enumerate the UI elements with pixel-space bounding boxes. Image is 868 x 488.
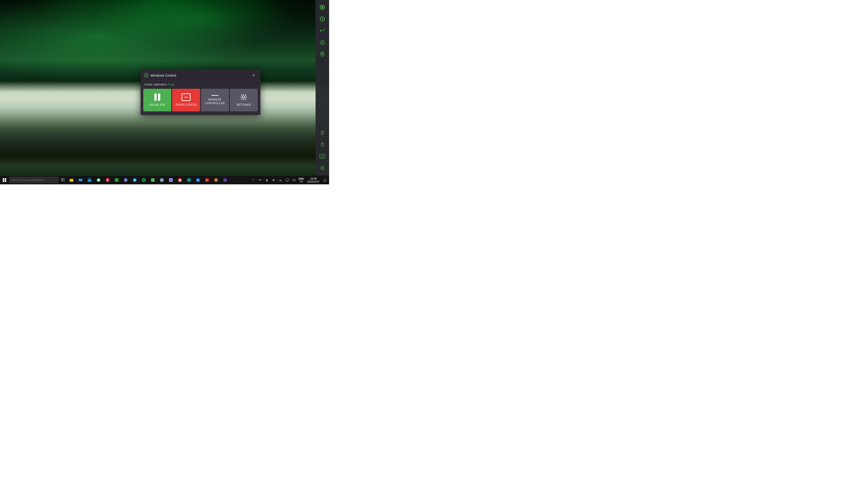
- taskbar-app-ppt[interactable]: P: [203, 175, 212, 185]
- taskbar-icon-1[interactable]: •••: [257, 176, 264, 184]
- return-icon[interactable]: [317, 26, 327, 36]
- windows-control-dialog: Windows Control × Active calibration: An…: [141, 69, 260, 115]
- track-status-button[interactable]: TRACK STATUS: [172, 89, 200, 111]
- taskbar-app-evernote[interactable]: 🌿: [112, 175, 121, 185]
- settings-button[interactable]: SETTINGS: [230, 89, 258, 111]
- svg-text:Ae: Ae: [170, 180, 172, 182]
- dialog-calibration-row: Active calibration: Andy: [141, 81, 260, 89]
- taskbar-app-word[interactable]: W: [193, 175, 203, 185]
- svg-rect-32: [61, 178, 62, 181]
- sidebar-settings-icon[interactable]: [317, 163, 327, 173]
- svg-rect-30: [3, 180, 4, 182]
- track-status-icon: [182, 93, 191, 101]
- minimize-icon: [211, 95, 219, 96]
- taskbar-app-red[interactable]: 📈: [176, 175, 184, 185]
- svg-rect-35: [70, 179, 71, 180]
- svg-rect-28: [3, 178, 4, 180]
- svg-point-25: [322, 167, 323, 169]
- minimize-button-label: MINIMIZE CONTROLLER: [205, 98, 225, 105]
- svg-rect-74: [286, 179, 289, 181]
- task-view-button[interactable]: [59, 175, 67, 185]
- taskbar-app-plus[interactable]: [157, 175, 166, 185]
- taskbar-app-explorer[interactable]: [67, 175, 76, 185]
- dialog-title-left: Windows Control: [144, 73, 176, 78]
- svg-rect-13: [321, 142, 323, 147]
- volume-icon[interactable]: [271, 176, 277, 184]
- svg-text:+: +: [152, 179, 153, 182]
- taskbar-app-skype[interactable]: S: [130, 175, 139, 185]
- svg-point-27: [243, 96, 245, 98]
- track-dot-1: [185, 97, 186, 98]
- eye-tracking-icon[interactable]: [317, 2, 327, 12]
- svg-point-9: [322, 42, 323, 43]
- svg-text:🌐: 🌐: [215, 179, 218, 182]
- svg-point-14: [322, 143, 323, 144]
- dialog-close-button[interactable]: ×: [250, 72, 257, 78]
- mouse-scroll-icon[interactable]: [317, 128, 327, 138]
- calibration-name: Andy: [168, 83, 175, 86]
- track-dots: [185, 97, 188, 98]
- right-sidebar: [315, 0, 329, 175]
- location-icon[interactable]: [317, 49, 327, 59]
- taskbar-app-game[interactable]: 🎮: [221, 175, 230, 185]
- clock-time: 16:06: [310, 177, 317, 180]
- start-button[interactable]: [0, 175, 9, 185]
- pause-button[interactable]: PAUSE (F4): [143, 89, 171, 111]
- pause-button-label: PAUSE (F4): [149, 103, 165, 107]
- taskbar-app-doc[interactable]: [103, 175, 112, 185]
- svg-point-1: [321, 6, 323, 8]
- keyboard-icon[interactable]: [317, 151, 327, 161]
- svg-text:🌿: 🌿: [115, 179, 118, 182]
- settings-icon: [240, 93, 248, 101]
- svg-text:S: S: [134, 179, 135, 182]
- taskbar-app-calendar[interactable]: 28: [85, 175, 94, 185]
- action-center-icon[interactable]: [284, 176, 290, 184]
- mouse2-scroll-icon[interactable]: [317, 140, 327, 150]
- taskbar-app-ae[interactable]: Ae: [166, 175, 176, 185]
- taskbar-apps: 28 🌿: [67, 175, 250, 185]
- track-status-button-label: TRACK STATUS: [175, 103, 197, 107]
- svg-rect-36: [79, 179, 82, 182]
- notification-expand-icon[interactable]: ^: [250, 176, 256, 184]
- settings-button-label: SETTINGS: [237, 103, 251, 107]
- gaze-circle-icon[interactable]: [317, 14, 327, 24]
- svg-rect-77: [293, 179, 296, 181]
- taskbar-app-green[interactable]: +: [148, 175, 157, 185]
- pause-icon: [154, 93, 160, 101]
- svg-text:W: W: [197, 179, 199, 182]
- search-input[interactable]: [9, 177, 59, 184]
- svg-text:🎮: 🎮: [224, 179, 226, 182]
- svg-text:28: 28: [89, 180, 90, 182]
- svg-text:📈: 📈: [179, 179, 181, 182]
- svg-point-8: [320, 40, 324, 44]
- notifications-button[interactable]: [322, 176, 328, 184]
- mouse-pointer-icon[interactable]: [317, 37, 327, 47]
- pause-bar-left: [154, 94, 157, 101]
- taskbar-app-whatsapp[interactable]: [94, 175, 103, 185]
- svg-point-26: [146, 75, 147, 76]
- taskbar: 28 🌿: [0, 175, 329, 184]
- taskbar-right: ^ •••: [250, 175, 329, 185]
- svg-rect-38: [88, 178, 91, 180]
- dropbox-icon[interactable]: [264, 176, 270, 184]
- network-icon[interactable]: [277, 176, 284, 184]
- dialog-buttons: PAUSE (F4) TRACK STATUS MINIMIZE CONTROL…: [141, 89, 260, 111]
- language-eng: ENG: [299, 177, 304, 180]
- svg-point-3: [322, 18, 323, 20]
- clock-area[interactable]: 16:06 28/03/2017: [305, 175, 321, 185]
- taskbar-app-spotify[interactable]: [139, 175, 148, 185]
- dialog-title-icon: [144, 73, 149, 78]
- keyboard-layout-icon[interactable]: [291, 176, 297, 184]
- taskbar-app-chrome[interactable]: [121, 175, 130, 185]
- taskbar-app-mail[interactable]: [76, 175, 85, 185]
- svg-text:C: C: [188, 180, 190, 182]
- svg-rect-15: [320, 154, 325, 158]
- calibration-label: Active calibration:: [144, 83, 167, 86]
- svg-rect-31: [5, 180, 6, 182]
- track-dot-2: [186, 97, 188, 98]
- minimize-controller-button[interactable]: MINIMIZE CONTROLLER: [201, 89, 229, 111]
- taskbar-app-browser2[interactable]: 🌐: [212, 175, 221, 185]
- taskbar-app-green2[interactable]: C: [184, 175, 193, 185]
- dialog-titlebar: Windows Control ×: [141, 69, 260, 81]
- language-indicator[interactable]: ENG SV: [298, 175, 305, 185]
